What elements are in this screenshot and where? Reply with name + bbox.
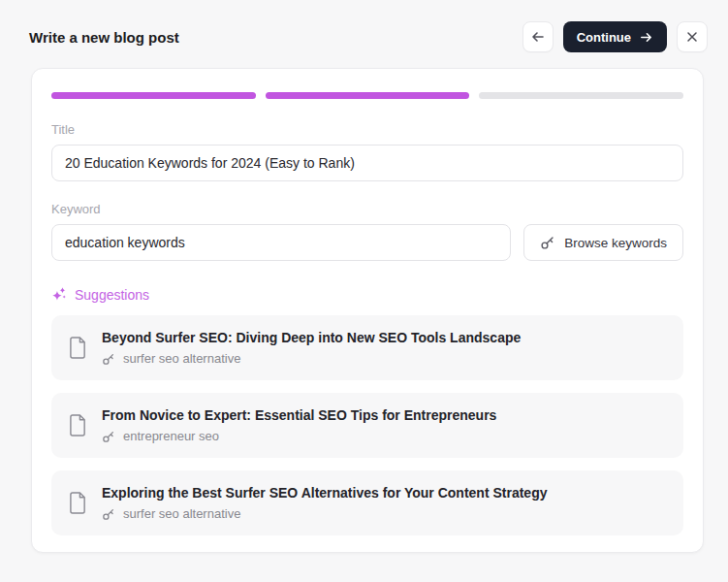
document-icon bbox=[69, 414, 87, 436]
suggestion-card[interactable]: Exploring the Best Surfer SEO Alternativ… bbox=[51, 470, 683, 535]
key-icon bbox=[540, 235, 555, 250]
suggestion-keyword: surfer seo alternative bbox=[123, 351, 240, 366]
modal-header: Write a new blog post Continue bbox=[0, 0, 728, 52]
continue-button-label: Continue bbox=[577, 30, 631, 45]
arrow-left-icon bbox=[530, 29, 546, 45]
arrow-right-icon bbox=[639, 30, 653, 45]
browse-keywords-button[interactable]: Browse keywords bbox=[523, 224, 683, 261]
progress-segment bbox=[479, 92, 683, 99]
back-button[interactable] bbox=[522, 21, 554, 52]
key-icon bbox=[102, 507, 115, 521]
key-icon bbox=[102, 430, 115, 443]
suggestions-label: Suggestions bbox=[75, 287, 149, 303]
page-title: Write a new blog post bbox=[29, 29, 179, 46]
continue-button[interactable]: Continue bbox=[563, 21, 667, 52]
progress-segment bbox=[266, 92, 470, 99]
progress-bar bbox=[51, 92, 683, 99]
keyword-field-block: Keyword Browse keywords bbox=[51, 202, 683, 261]
title-field-block: Title bbox=[51, 122, 683, 181]
keyword-input[interactable] bbox=[51, 224, 511, 261]
progress-segment bbox=[51, 92, 256, 99]
key-icon bbox=[102, 352, 115, 366]
suggestion-card[interactable]: Beyond Surfer SEO: Diving Deep into New … bbox=[51, 315, 683, 380]
sparkles-icon bbox=[51, 286, 68, 303]
title-input[interactable] bbox=[51, 145, 683, 181]
suggestion-card[interactable]: From Novice to Expert: Essential SEO Tip… bbox=[51, 393, 683, 458]
suggestion-keyword: surfer seo alternative bbox=[123, 506, 240, 521]
browse-keywords-label: Browse keywords bbox=[564, 236, 667, 250]
keyword-label: Keyword bbox=[51, 202, 683, 216]
suggestion-title: Beyond Surfer SEO: Diving Deep into New … bbox=[102, 330, 521, 345]
title-label: Title bbox=[51, 122, 683, 137]
suggestion-title: Exploring the Best Surfer SEO Alternativ… bbox=[102, 485, 548, 501]
close-icon bbox=[685, 30, 699, 44]
suggestions-list: Beyond Surfer SEO: Diving Deep into New … bbox=[51, 315, 683, 535]
suggestions-header: Suggestions bbox=[51, 286, 683, 303]
suggestion-keyword: entrepreneur seo bbox=[123, 429, 219, 443]
document-icon bbox=[69, 337, 87, 359]
wizard-panel: Title Keyword Browse keywords bbox=[31, 68, 704, 553]
document-icon bbox=[69, 492, 87, 514]
suggestion-title: From Novice to Expert: Essential SEO Tip… bbox=[102, 407, 496, 423]
close-button[interactable] bbox=[677, 21, 708, 52]
